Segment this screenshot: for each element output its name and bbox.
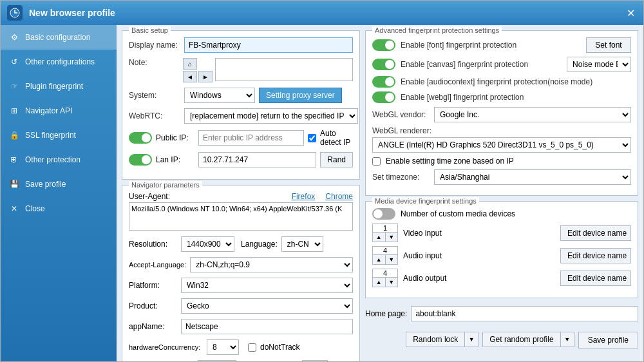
audio-output-down-btn[interactable]: ▼	[386, 278, 398, 287]
font-fp-toggle[interactable]	[372, 39, 395, 51]
sidebar-item-close[interactable]: ✕ Close	[1, 196, 117, 221]
navigator-params-label: Navigator parameters	[129, 181, 202, 189]
media-device-panel: Media device fingerprint settings Number…	[365, 201, 638, 298]
webgl-vendor-select[interactable]: Google Inc.	[434, 107, 631, 122]
do-not-track-checkbox[interactable]	[248, 343, 256, 352]
webgl-renderer-label: WebGL renderer:	[372, 126, 631, 135]
sidebar-label-basic-config: Basic configuration	[25, 33, 90, 42]
plugin-fp-icon: ☞	[8, 81, 20, 92]
chrome-tab[interactable]: Chrome	[325, 192, 353, 201]
video-input-value[interactable]	[373, 224, 397, 233]
note-prev-btn[interactable]: ◄	[183, 71, 197, 82]
system-select[interactable]: Windows	[184, 88, 255, 103]
close-button[interactable]: ✕	[624, 6, 637, 19]
ua-textarea[interactable]: Mozilla/5.0 (Windows NT 10.0; Win64; x64…	[129, 202, 353, 231]
content-area: Basic setup Display name: Note: ⌂ ◄	[117, 25, 643, 361]
audio-input-value[interactable]	[373, 247, 397, 255]
video-spinner: ▲ ▼	[372, 224, 398, 242]
get-random-arrow[interactable]: ▼	[560, 332, 574, 347]
sidebar-label-other-config: Other configurations	[25, 57, 95, 66]
firefox-tab[interactable]: Firefox	[292, 192, 316, 201]
webgl-vendor-label: WebGL vendor:	[372, 110, 430, 119]
language-label: Language:	[241, 240, 278, 249]
audio-output-edit-btn[interactable]: Edit device name	[560, 271, 631, 286]
resolution-select[interactable]: 1440x900	[181, 236, 234, 252]
audio-fp-toggle[interactable]	[372, 76, 395, 88]
webgl-renderer-group: WebGL renderer: ANGLE (Intel(R) HD Graph…	[372, 126, 631, 153]
sidebar-item-navigator-api[interactable]: ⊞ Navigator API	[1, 99, 117, 123]
hardware-select[interactable]: 8	[207, 339, 239, 355]
mobile-emulation-row: mobileEmulatio Desktop DevicePixelRatio:…	[129, 360, 353, 361]
custom-media-row: Number of custom media devices	[372, 208, 631, 220]
mobile-emulation-select[interactable]: Desktop	[198, 360, 236, 361]
audio-input-label: Audio input	[403, 251, 555, 260]
webgl-renderer-select[interactable]: ANGLE (Intel(R) HD Graphics 520 Direct3D…	[372, 137, 631, 153]
appname-label: appName:	[129, 322, 177, 331]
audio-input-row: ▲ ▼ Audio input Edit device name	[372, 246, 631, 265]
sidebar-label-navigator-api: Navigator API	[25, 106, 72, 115]
note-buttons: ⌂ ◄ ►	[183, 58, 213, 82]
sidebar-item-ssl-fp[interactable]: 🔒 SSL fingerprint	[1, 123, 117, 148]
note-next-btn[interactable]: ►	[198, 71, 213, 82]
save-profile-btn[interactable]: Save profile	[578, 332, 638, 348]
sidebar-label-close: Close	[25, 204, 45, 213]
canvas-fp-toggle[interactable]	[372, 59, 395, 70]
webrtc-select[interactable]: [replacement mode] return to the specifi…	[184, 108, 358, 124]
audio-output-value[interactable]	[373, 269, 397, 278]
rand-btn[interactable]: Rand	[320, 152, 353, 167]
audio-input-edit-btn[interactable]: Edit device name	[560, 248, 631, 263]
timezone-select[interactable]: Asia/Shanghai	[434, 169, 631, 185]
public-ip-toggle[interactable]	[129, 132, 152, 144]
sidebar-item-basic-config[interactable]: ⚙ Basic configuration	[1, 25, 117, 50]
platform-row: Platform: Win32	[129, 278, 353, 293]
get-random-btn[interactable]: Get random profile	[482, 332, 560, 347]
appname-input[interactable]	[181, 319, 353, 334]
hardware-label: hardwareConcurrency:	[129, 343, 203, 351]
navigator-api-icon: ⊞	[8, 105, 20, 117]
audio-input-up-btn[interactable]: ▲	[373, 255, 386, 264]
video-down-btn[interactable]: ▼	[386, 233, 398, 242]
device-pixel-select[interactable]: 1.0	[302, 360, 328, 361]
video-up-btn[interactable]: ▲	[373, 233, 386, 242]
product-select[interactable]: Gecko	[181, 298, 353, 314]
audio-output-up-btn[interactable]: ▲	[373, 278, 386, 287]
random-lock-arrow[interactable]: ▼	[464, 332, 478, 347]
random-lock-btn[interactable]: Random lock	[406, 332, 464, 347]
timezone-label: Set timezone:	[372, 173, 430, 182]
public-ip-label: Public IP:	[156, 133, 194, 142]
resolution-label: Resolution:	[129, 240, 177, 249]
basic-setup-label: Basic setup	[129, 26, 171, 34]
video-edit-btn[interactable]: Edit device name	[560, 225, 631, 241]
audio-input-down-btn[interactable]: ▼	[386, 255, 398, 264]
save-profile-icon: 💾	[8, 178, 20, 190]
auto-detect-checkbox[interactable]	[308, 134, 316, 142]
timezone-enable-checkbox[interactable]	[372, 157, 381, 166]
accept-lang-select[interactable]: zh-CN,zh;q=0.9	[190, 257, 353, 272]
sidebar-item-plugin-fp[interactable]: ☞ Plugin fingerprint	[1, 74, 117, 99]
lan-ip-input[interactable]	[198, 152, 316, 167]
audio-output-row: ▲ ▼ Audio output Edit device name	[372, 269, 631, 287]
home-page-input[interactable]	[411, 306, 638, 321]
media-device-toggle[interactable]	[372, 208, 395, 220]
note-textarea[interactable]	[215, 58, 353, 81]
ssl-fp-icon: 🔒	[8, 129, 20, 141]
setting-proxy-btn[interactable]: Setting proxy server	[259, 88, 342, 103]
note-home-btn[interactable]: ⌂	[183, 58, 197, 70]
timezone-enable-label: Enable setting time zone based on IP	[386, 157, 514, 166]
canvas-mode-select[interactable]: Noise mode B	[567, 57, 631, 72]
custom-media-label: Number of custom media devices	[401, 209, 515, 218]
language-select[interactable]: zh-CN	[281, 236, 323, 252]
sidebar-item-other-config[interactable]: ↺ Other configurations	[1, 50, 117, 74]
set-font-btn[interactable]: Set font	[586, 37, 631, 53]
lan-ip-toggle[interactable]	[129, 154, 152, 166]
sidebar-item-other-protection[interactable]: ⛨ Other protection	[1, 148, 117, 172]
product-row: Product: Gecko	[129, 298, 353, 314]
lan-ip-label: Lan IP:	[156, 155, 194, 164]
platform-label: Platform:	[129, 281, 177, 290]
display-name-input[interactable]	[184, 37, 353, 53]
platform-select[interactable]: Win32	[181, 278, 353, 293]
public-ip-input[interactable]	[198, 130, 304, 146]
webgl-fp-toggle[interactable]	[372, 91, 395, 103]
appname-row: appName:	[129, 319, 353, 334]
sidebar-item-save-profile[interactable]: 💾 Save profile	[1, 172, 117, 196]
